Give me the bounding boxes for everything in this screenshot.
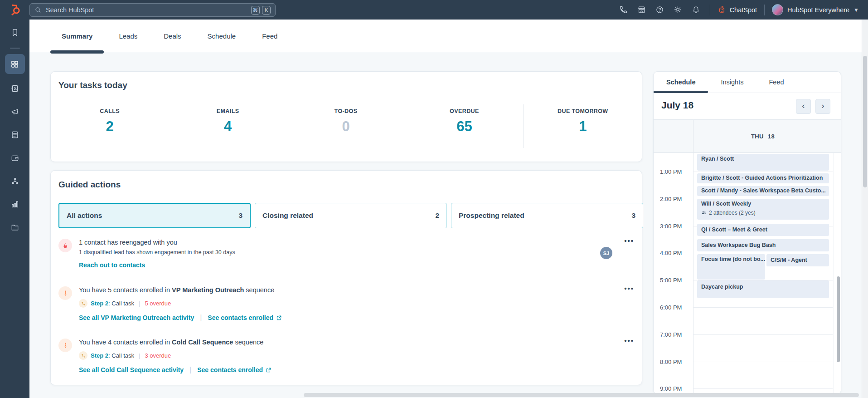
- overflow-menu-icon[interactable]: •••: [624, 339, 634, 343]
- time-label: 9:00 PM: [660, 385, 690, 392]
- overflow-menu-icon[interactable]: •••: [624, 286, 634, 291]
- next-day-button[interactable]: ›: [815, 99, 830, 114]
- time-label: 8:00 PM: [660, 359, 690, 365]
- time-label: 7:00 PM: [660, 331, 690, 338]
- vertical-scrollbar[interactable]: [862, 20, 868, 398]
- filter-prospecting-related[interactable]: Prospecting related 3: [451, 203, 643, 228]
- sidebar-item-workspace-active[interactable]: [5, 54, 25, 74]
- time-label: 2:00 PM: [660, 196, 690, 202]
- sequence-icon: [58, 339, 72, 352]
- guided-actions-title: Guided actions: [58, 180, 121, 190]
- prev-day-button[interactable]: ‹: [796, 99, 811, 114]
- task-stats-row: CALLS 2 EMAILS 4 TO-DOS 0 OVERDUE 65 DUE…: [51, 104, 642, 148]
- tab-leads[interactable]: Leads: [107, 20, 149, 52]
- day-label: THU 18: [693, 120, 833, 152]
- sidebar-item-reporting[interactable]: [6, 196, 24, 213]
- vertical-scrollbar-thumb[interactable]: [863, 56, 867, 187]
- time-label: 6:00 PM: [660, 304, 690, 311]
- tab-deals[interactable]: Deals: [152, 20, 192, 52]
- k-key-badge: K: [262, 6, 271, 15]
- step-row: Step 2: Call task | 5 overdue: [79, 299, 598, 308]
- panel-tab-insights[interactable]: Insights: [708, 72, 756, 93]
- stat-due-tomorrow[interactable]: DUE TOMORROW 1: [524, 104, 642, 148]
- links-row: See all Cold Call Sequence activity | Se…: [79, 366, 598, 374]
- tab-schedule[interactable]: Schedule: [196, 20, 247, 52]
- see-contacts-link[interactable]: See contacts enrolled: [208, 314, 273, 321]
- sidebar-item-automations[interactable]: [6, 172, 24, 190]
- event-attendees: 2 attendees (2 yes): [701, 210, 825, 216]
- event-csm-agent[interactable]: C/S/M - Agent: [766, 254, 829, 266]
- sidebar-item-content[interactable]: [6, 126, 24, 143]
- sidebar-divider: [10, 48, 20, 49]
- guided-item-title: You have 5 contacts enrolled in VP Marke…: [79, 286, 598, 294]
- external-link-icon: [266, 367, 272, 373]
- cmd-key-badge: ⌘: [251, 6, 260, 15]
- hour-line: [693, 307, 833, 308]
- filter-closing-related[interactable]: Closing related 2: [255, 203, 447, 228]
- topbar-divider: [764, 5, 765, 15]
- sidebar-item-bookmarks[interactable]: [6, 24, 24, 41]
- horizontal-scrollbar[interactable]: [29, 392, 862, 398]
- sidebar-item-library[interactable]: [6, 219, 24, 236]
- calendar-column-divider: [834, 153, 834, 394]
- event-will-scott-weekly[interactable]: Will / Scott Weekly 2 attendees (2 yes): [697, 199, 829, 220]
- calendar-day-header: THU 18: [654, 119, 841, 153]
- step-label: Step 2: [91, 352, 108, 359]
- event-scott-mandy[interactable]: Scott / Mandy - Sales Workspace Beta Cus…: [697, 186, 829, 196]
- see-activity-link[interactable]: See all Cold Call Sequence activity: [79, 366, 184, 373]
- panel-tab-schedule[interactable]: Schedule: [654, 72, 708, 93]
- tab-summary[interactable]: Summary: [50, 20, 104, 52]
- marketplace-icon[interactable]: [633, 0, 651, 20]
- guided-item-cold-call-sequence: You have 4 contacts enrolled in Cold Cal…: [58, 339, 634, 374]
- event-brigitte-scott[interactable]: Brigitte / Scott - Guided Actions Priori…: [697, 173, 829, 183]
- sidebar-item-marketing[interactable]: [6, 103, 24, 120]
- stat-overdue[interactable]: OVERDUE 65: [405, 104, 523, 148]
- top-navigation-bar: Search HubSpot ⌘ K: [0, 0, 868, 20]
- filter-all-actions[interactable]: All actions 3: [58, 203, 251, 228]
- guided-item-title: 1 contact has reengaged with you: [79, 239, 598, 246]
- sidebar-item-crm[interactable]: [6, 80, 24, 97]
- horizontal-scrollbar-thumb[interactable]: [304, 393, 859, 397]
- links-row: See all VP Marketing Outreach activity |…: [79, 314, 598, 322]
- call-icon[interactable]: [615, 0, 633, 20]
- schedule-panel: Schedule Insights Feed July 18 ‹ › THU 1…: [653, 71, 841, 394]
- call-task-icon: [79, 299, 87, 308]
- see-contacts-link[interactable]: See contacts enrolled: [197, 366, 263, 373]
- account-label: HubSpot Everywhere: [787, 6, 849, 14]
- overflow-menu-icon[interactable]: •••: [624, 239, 634, 243]
- contact-avatar[interactable]: SJ: [600, 247, 612, 259]
- chatspot-button[interactable]: ChatSpot: [715, 5, 760, 14]
- panel-tab-feed[interactable]: Feed: [756, 72, 796, 93]
- hubspot-logo-icon[interactable]: [9, 4, 21, 16]
- stat-calls[interactable]: CALLS 2: [51, 104, 169, 148]
- account-menu[interactable]: HubSpot Everywhere ▼: [769, 4, 862, 15]
- calendar-column-divider: [693, 153, 693, 394]
- help-icon[interactable]: [651, 0, 669, 20]
- calendar-scrollbar-thumb[interactable]: [837, 276, 840, 362]
- call-task-icon: [79, 351, 87, 360]
- flame-icon: [58, 239, 72, 252]
- settings-icon[interactable]: [669, 0, 687, 20]
- event-ryan-scott[interactable]: Ryan / Scott: [697, 154, 829, 171]
- stat-emails[interactable]: EMAILS 4: [169, 104, 286, 148]
- hour-line: [693, 172, 833, 172]
- hour-line: [693, 334, 833, 335]
- sidebar-item-commerce[interactable]: [6, 149, 24, 167]
- attendees-icon: [701, 210, 707, 216]
- guided-item-right: •••: [598, 286, 634, 322]
- guided-item-vp-sequence: You have 5 contacts enrolled in VP Marke…: [58, 286, 634, 322]
- stat-todos[interactable]: TO-DOS 0: [287, 104, 405, 148]
- tab-feed[interactable]: Feed: [251, 20, 289, 52]
- event-bug-bash[interactable]: Sales Workspace Bug Bash: [697, 239, 829, 251]
- calendar-body: 1:00 PM 2:00 PM 3:00 PM 4:00 PM 5:00 PM …: [654, 153, 841, 394]
- event-qi-scott[interactable]: Qi / Scott – Meet & Greet: [697, 224, 829, 236]
- event-daycare-pickup[interactable]: Daycare pickup: [697, 280, 829, 298]
- workspace-header: Summary Leads Deals Schedule Feed: [29, 20, 862, 52]
- global-search-input[interactable]: Search HubSpot ⌘ K: [29, 3, 276, 17]
- notifications-icon[interactable]: [687, 0, 705, 20]
- guided-item-subtitle: 1 disqualified lead has shown engagement…: [79, 249, 598, 256]
- event-focus-time[interactable]: Focus time (do not bo...: [697, 254, 765, 280]
- see-activity-link[interactable]: See all VP Marketing Outreach activity: [79, 314, 194, 321]
- reach-out-link[interactable]: Reach out to contacts: [79, 261, 145, 269]
- overdue-count: 5 overdue: [145, 300, 171, 307]
